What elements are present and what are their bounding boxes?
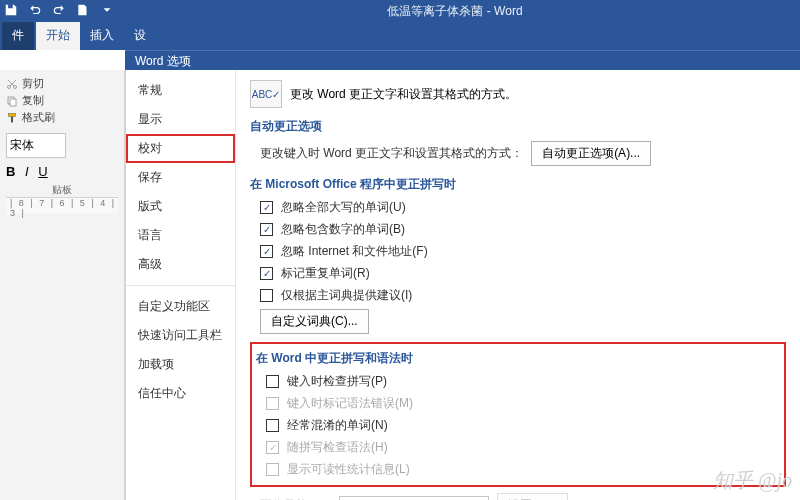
- section-office-spelling: 在 Microsoft Office 程序中更正拼写时: [250, 176, 786, 193]
- opt-advanced[interactable]: 高级: [126, 250, 235, 279]
- opt-layout[interactable]: 版式: [126, 192, 235, 221]
- cb-check-spelling-typing[interactable]: [266, 375, 279, 388]
- cb-ignore-numbers[interactable]: [260, 223, 273, 236]
- custom-dictionaries-button[interactable]: 自定义词典(C)...: [260, 309, 369, 334]
- cb-confused-words[interactable]: [266, 419, 279, 432]
- section-autocorrect: 自动更正选项: [250, 118, 786, 135]
- clipboard-group-label: 贴板: [6, 183, 118, 197]
- font-name-select[interactable]: 宋体: [6, 133, 66, 158]
- opt-display[interactable]: 显示: [126, 105, 235, 134]
- options-content: ABC✓ 更改 Word 更正文字和设置其格式的方式。 自动更正选项 更改键入时…: [236, 70, 800, 500]
- options-dialog-title: Word 选项: [125, 50, 800, 70]
- opt-save[interactable]: 保存: [126, 163, 235, 192]
- svg-rect-4: [9, 113, 16, 116]
- word-spelling-highlight-box: 在 Word 中更正拼写和语法时 键入时检查拼写(P) 键入时标记语法错误(M)…: [250, 342, 786, 487]
- quick-access-toolbar: [4, 3, 114, 20]
- bold-button[interactable]: B: [6, 164, 15, 179]
- document-title: 低温等离子体杀菌 - Word: [114, 3, 796, 20]
- writing-style-settings-button: 设置(T)...: [497, 493, 568, 500]
- word-options-dialog: 常规 显示 校对 保存 版式 语言 高级 自定义功能区 快速访问工具栏 加载项 …: [125, 70, 800, 500]
- opt-customize-ribbon[interactable]: 自定义功能区: [126, 292, 235, 321]
- cb-ignore-uppercase[interactable]: [260, 201, 273, 214]
- new-icon[interactable]: [76, 3, 90, 20]
- autocorrect-desc: 更改键入时 Word 更正文字和设置其格式的方式：: [260, 145, 523, 162]
- qat-more-icon[interactable]: [100, 3, 114, 20]
- opt-proofing[interactable]: 校对: [126, 134, 235, 163]
- cb-mark-grammar-typing: [266, 397, 279, 410]
- tab-design[interactable]: 设: [124, 22, 156, 50]
- tab-insert[interactable]: 插入: [80, 22, 124, 50]
- ribbon-tabs: 件 开始 插入 设: [0, 22, 800, 50]
- ribbon-home-panel: 剪切 复制 格式刷 宋体 B I U 贴板 | 8 | 7 | 6 | 5 | …: [0, 70, 125, 500]
- copy-button[interactable]: 复制: [6, 93, 118, 108]
- title-bar: 低温等离子体杀菌 - Word: [0, 0, 800, 22]
- cb-readability-stats: [266, 463, 279, 476]
- italic-button[interactable]: I: [25, 164, 29, 179]
- proofing-header-icon: ABC✓: [250, 80, 282, 108]
- underline-button[interactable]: U: [38, 164, 47, 179]
- autocorrect-options-button[interactable]: 自动更正选项(A)...: [531, 141, 651, 166]
- cb-grammar-with-spelling: [266, 441, 279, 454]
- opt-trust-center[interactable]: 信任中心: [126, 379, 235, 408]
- tab-home[interactable]: 开始: [36, 22, 80, 50]
- proofing-header-text: 更改 Word 更正文字和设置其格式的方式。: [290, 86, 517, 103]
- cb-main-dict-only[interactable]: [260, 289, 273, 302]
- save-icon[interactable]: [4, 3, 18, 20]
- section-word-spelling: 在 Word 中更正拼写和语法时: [256, 350, 780, 367]
- opt-general[interactable]: 常规: [126, 76, 235, 105]
- opt-language[interactable]: 语言: [126, 221, 235, 250]
- redo-icon[interactable]: [52, 3, 66, 20]
- tab-file[interactable]: 件: [2, 22, 34, 50]
- writing-style-select: ▾: [339, 496, 489, 501]
- options-sidebar: 常规 显示 校对 保存 版式 语言 高级 自定义功能区 快速访问工具栏 加载项 …: [126, 70, 236, 500]
- svg-rect-5: [11, 116, 13, 122]
- cb-flag-repeated[interactable]: [260, 267, 273, 280]
- format-painter-button[interactable]: 格式刷: [6, 110, 118, 125]
- undo-icon[interactable]: [28, 3, 42, 20]
- opt-addins[interactable]: 加载项: [126, 350, 235, 379]
- opt-quick-access[interactable]: 快速访问工具栏: [126, 321, 235, 350]
- cb-ignore-internet[interactable]: [260, 245, 273, 258]
- svg-rect-3: [10, 99, 16, 106]
- cut-button[interactable]: 剪切: [6, 76, 118, 91]
- ruler: | 8 | 7 | 6 | 5 | 4 | 3 |: [6, 197, 118, 213]
